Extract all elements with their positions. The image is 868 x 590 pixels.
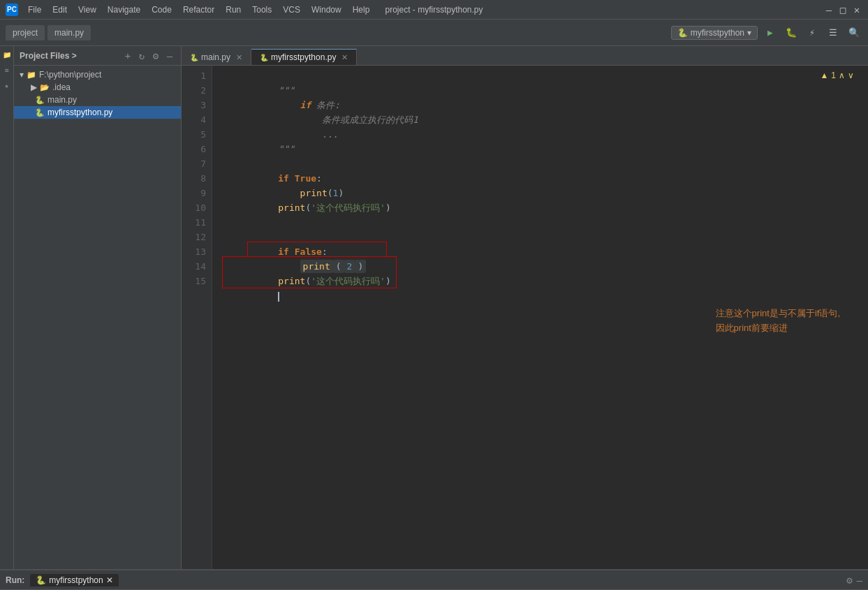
snake-run-icon: 🐍 <box>36 575 46 585</box>
text-cursor <box>278 292 279 302</box>
structure-icon[interactable]: ≡ <box>1 64 13 75</box>
idea-label: .idea <box>52 82 71 92</box>
project-tab[interactable]: project <box>6 25 45 40</box>
menu-item-navigate[interactable]: Navigate <box>103 3 145 16</box>
coverage-button[interactable]: ⚡ <box>804 24 821 41</box>
py-file-icon: 🐍 <box>35 108 45 117</box>
close-button[interactable]: ✕ <box>851 4 862 15</box>
run-panel: Run: 🐍 myfirsstpython ✕ ⚙ — ▶ ■ ↑ ↓ ≡ 📌 … <box>0 569 868 590</box>
menu-bar: FileEditViewNavigateCodeRefactorRunTools… <box>24 3 374 16</box>
tab-close-icon[interactable]: ✕ <box>236 53 242 62</box>
title-bar: PC FileEditViewNavigateCodeRefactorRunTo… <box>0 0 868 20</box>
tree-root[interactable]: ▾ 📁 F:\python\project <box>14 68 181 81</box>
minimize-button[interactable]: — <box>823 4 834 15</box>
menu-item-code[interactable]: Code <box>147 3 176 16</box>
run-config-name: myfirsstpython <box>691 28 744 38</box>
tree-item-idea[interactable]: ▶ 📂 .idea <box>14 81 181 94</box>
tab-myfirst-py-label: myfirsstpython.py <box>271 52 336 62</box>
code-line-10 <box>223 200 868 215</box>
py-icon: 🐍 <box>260 54 268 61</box>
code-line-15 <box>223 274 868 288</box>
expand-icon: ▾ <box>20 70 24 80</box>
settings-panel-icon[interactable]: ⚙ <box>846 575 852 586</box>
project-files-label: Project Files > <box>20 51 77 61</box>
annotation-box: 注意这个print是与不属于if语句, 因此print前要缩进 <box>716 307 840 336</box>
search-everywhere-button[interactable]: 🔍 <box>846 24 862 41</box>
run-tab-close-icon[interactable]: ✕ <box>106 575 113 585</box>
myfirst-py-label: myfirsstpython.py <box>47 108 112 117</box>
code-line-14: print('这个代码执行吗') <box>223 259 868 274</box>
menu-item-vcs[interactable]: VCS <box>279 3 304 16</box>
minimize-panel-icon[interactable]: — <box>857 575 862 586</box>
menu-item-edit[interactable]: Edit <box>48 3 71 16</box>
tab-close-icon[interactable]: ✕ <box>341 53 348 62</box>
tab-main-py-label: main.py <box>201 52 230 62</box>
line-numbers: 1 2 3 4 5 6 7 8 9 10 11 12 13 14 15 <box>182 66 212 569</box>
collapse-icon[interactable]: — <box>164 50 175 61</box>
code-line-7: if True: <box>223 156 868 171</box>
menu-item-refactor[interactable]: Refactor <box>179 3 219 16</box>
folder-icon: 📁 <box>27 71 36 80</box>
main-py-label: main.py <box>47 95 77 105</box>
profile-button[interactable]: ☰ <box>825 24 841 41</box>
file-tree-content: ▾ 📁 F:\python\project ▶ 📂 .idea 🐍 main.p… <box>14 66 181 569</box>
code-line-3: 条件或成立执行的代码1 <box>223 98 868 112</box>
title-left: PC FileEditViewNavigateCodeRefactorRunTo… <box>6 3 374 16</box>
tab-myfirst-py[interactable]: 🐍 myfirsstpython.py ✕ <box>251 49 357 65</box>
idea-folder-icon: 📂 <box>40 83 50 92</box>
window-controls[interactable]: — □ ✕ <box>823 4 862 15</box>
code-line-8: print(1) <box>223 171 868 186</box>
menu-item-tools[interactable]: Tools <box>248 3 276 16</box>
code-content[interactable]: ▲ 1 ∧ ∨ """ if 条件: 条件或成立执行的代码1 ... <box>212 66 868 569</box>
editor-tabs: 🐍 main.py ✕ 🐍 myfirsstpython.py ✕ <box>182 46 868 66</box>
file-tree-header: Project Files > + ↻ ⚙ — <box>14 46 181 66</box>
code-line-2: if 条件: <box>223 83 868 98</box>
project-view-icon[interactable]: 📁 <box>1 49 13 60</box>
tab-main-py[interactable]: 🐍 main.py ✕ <box>182 50 251 65</box>
run-label: Run: <box>6 575 24 585</box>
tree-item-myfirst[interactable]: 🐍 myfirsstpython.py <box>14 106 181 119</box>
debug-button[interactable]: 🐛 <box>783 24 800 41</box>
py-icon: 🐍 <box>190 54 198 61</box>
code-line-13: print(2) <box>223 244 868 259</box>
side-icon-bar: 📁 ≡ ★ <box>0 46 14 569</box>
code-editor[interactable]: 1 2 3 4 5 6 7 8 9 10 11 12 13 14 15 ▲ <box>182 66 868 569</box>
window-title: project - myfirsstpython.py <box>385 5 483 15</box>
snake-icon: 🐍 <box>677 28 688 38</box>
run-tab-name: myfirsstpython <box>49 575 103 585</box>
code-line-12: if False: <box>223 230 868 244</box>
root-label: F:\python\project <box>39 70 101 80</box>
code-line-5: """ <box>223 127 868 142</box>
maximize-button[interactable]: □ <box>837 4 848 15</box>
run-tab[interactable]: 🐍 myfirsstpython ✕ <box>30 574 118 587</box>
menu-item-window[interactable]: Window <box>307 3 346 16</box>
code-line-9: print('这个代码执行吗') <box>223 186 868 200</box>
editor-area: 🐍 main.py ✕ 🐍 myfirsstpython.py ✕ 1 2 3 … <box>182 46 868 569</box>
run-panel-header: Run: 🐍 myfirsstpython ✕ ⚙ — <box>0 570 868 590</box>
code-line-1: """ <box>223 68 868 83</box>
main-toolbar: project main.py 🐍 myfirsstpython ▾ ▶ 🐛 ⚡… <box>0 20 868 46</box>
annotation-line1: 注意这个print是与不属于if语句, <box>716 307 840 321</box>
run-button[interactable]: ▶ <box>762 24 779 41</box>
expand-icon: ▶ <box>31 82 37 92</box>
py-file-icon: 🐍 <box>35 96 45 105</box>
main-layout: 📁 ≡ ★ Project Files > + ↻ ⚙ — ▾ 📁 F:\pyt… <box>0 46 868 569</box>
settings-icon[interactable]: ⚙ <box>150 50 161 61</box>
menu-item-help[interactable]: Help <box>348 3 374 16</box>
menu-item-run[interactable]: Run <box>221 3 245 16</box>
open-file-tab[interactable]: main.py <box>47 25 91 40</box>
file-tree-controls: + ↻ ⚙ — <box>122 50 175 61</box>
add-file-icon[interactable]: + <box>122 50 133 61</box>
run-config-selector[interactable]: 🐍 myfirsstpython ▾ <box>671 26 758 40</box>
annotation-line2: 因此print前要缩进 <box>716 321 840 336</box>
tree-item-main[interactable]: 🐍 main.py <box>14 94 181 106</box>
code-line-6 <box>223 142 868 156</box>
menu-item-file[interactable]: File <box>24 3 45 16</box>
toolbar-right: 🐍 myfirsstpython ▾ ▶ 🐛 ⚡ ☰ 🔍 <box>671 24 862 41</box>
menu-item-view[interactable]: View <box>74 3 101 16</box>
sync-icon[interactable]: ↻ <box>136 50 147 61</box>
file-tree-panel: Project Files > + ↻ ⚙ — ▾ 📁 F:\python\pr… <box>14 46 182 569</box>
dropdown-arrow-icon: ▾ <box>747 28 751 38</box>
code-line-4: ... <box>223 112 868 127</box>
favorites-icon[interactable]: ★ <box>1 80 13 91</box>
